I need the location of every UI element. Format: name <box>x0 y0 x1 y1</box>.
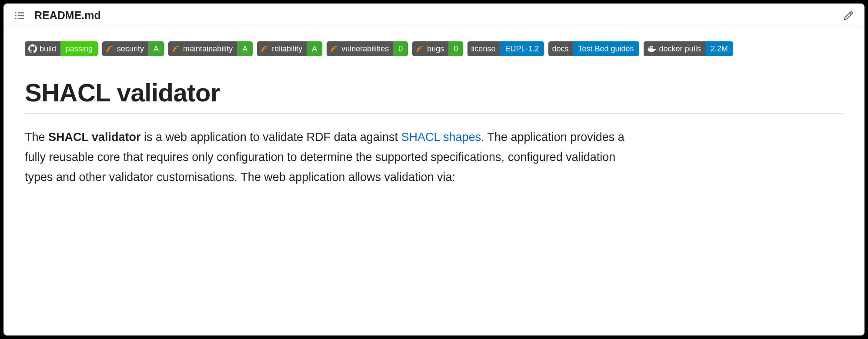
badge-label-text: license <box>471 45 495 53</box>
badge-label-text: vulnerabilities <box>341 45 389 53</box>
badge-maintainability[interactable]: maintainabilityA <box>168 41 253 56</box>
badge-label-text: docker pulls <box>659 45 701 53</box>
badge-label-text: docs <box>552 45 568 53</box>
svg-rect-8 <box>651 47 653 49</box>
text-strong: SHACL validator <box>48 131 141 144</box>
text: is a web application to validate RDF dat… <box>141 131 401 144</box>
badge-label: reliability <box>257 41 307 56</box>
badge-label: docker pulls <box>644 41 705 56</box>
github-icon <box>28 44 37 53</box>
badge-label-text: security <box>117 45 144 53</box>
svg-point-0 <box>15 12 17 13</box>
shacl-shapes-link[interactable]: SHACL shapes <box>401 131 481 144</box>
pencil-icon[interactable] <box>843 10 854 21</box>
svg-rect-7 <box>650 47 651 49</box>
badge-license[interactable]: licenseEUPL-1.2 <box>467 41 544 56</box>
readme-header: README.md <box>4 4 864 27</box>
badge-label: bugs <box>412 41 448 56</box>
svg-point-4 <box>15 17 17 19</box>
badge-value: 0 <box>448 41 463 56</box>
badge-label: build <box>25 41 60 56</box>
text: The <box>25 131 48 144</box>
docker-icon <box>647 44 657 53</box>
badge-value: 0 <box>393 41 408 56</box>
badge-reliability[interactable]: reliabilityA <box>257 41 322 56</box>
badge-value: A <box>307 41 322 56</box>
sonar-icon <box>106 44 114 53</box>
list-icon[interactable] <box>14 10 26 21</box>
badge-label-text: reliability <box>272 45 302 53</box>
sonar-icon <box>330 44 339 53</box>
badge-label: maintainability <box>168 41 237 56</box>
badge-docs[interactable]: docsTest Bed guides <box>548 41 639 56</box>
badge-security[interactable]: securityA <box>102 41 164 56</box>
svg-rect-5 <box>18 18 24 19</box>
readme-body: buildpassingsecurityAmaintainabilityArel… <box>4 27 864 188</box>
badges-row: buildpassingsecurityAmaintainabilityArel… <box>25 41 843 56</box>
badge-label-text: maintainability <box>183 45 233 53</box>
svg-rect-6 <box>648 47 649 49</box>
badge-value: EUPL-1.2 <box>500 41 544 56</box>
sonar-icon <box>416 44 424 53</box>
readme-title: SHACL validator <box>25 78 843 114</box>
badge-value: passing <box>60 41 98 56</box>
badge-value: 2.2M <box>705 41 733 56</box>
badge-value: A <box>237 41 253 56</box>
badge-label: license <box>467 41 500 56</box>
badge-value: Test Bed guides <box>573 41 639 56</box>
svg-point-2 <box>15 15 17 16</box>
badge-label-text: bugs <box>427 45 444 53</box>
readme-header-left: README.md <box>14 9 101 22</box>
badge-label: security <box>102 41 148 56</box>
sonar-icon <box>172 44 180 53</box>
badge-label-text: build <box>40 45 56 53</box>
svg-rect-3 <box>18 15 24 16</box>
readme-panel: README.md buildpassingsecurityAmaintaina… <box>3 3 865 336</box>
badge-label: vulnerabilities <box>327 41 393 56</box>
badge-value: A <box>148 41 164 56</box>
svg-rect-1 <box>18 12 24 13</box>
sonar-icon <box>260 44 269 53</box>
readme-intro: The SHACL validator is a web application… <box>25 128 625 188</box>
svg-rect-10 <box>651 46 653 47</box>
badge-label: docs <box>548 41 573 56</box>
readme-filename: README.md <box>34 9 101 22</box>
svg-rect-9 <box>650 46 651 47</box>
badge-vulnerabilities[interactable]: vulnerabilities0 <box>327 41 408 56</box>
badge-docker-pulls[interactable]: docker pulls2.2M <box>644 41 733 56</box>
badge-bugs[interactable]: bugs0 <box>412 41 463 56</box>
badge-build[interactable]: buildpassing <box>25 41 98 56</box>
